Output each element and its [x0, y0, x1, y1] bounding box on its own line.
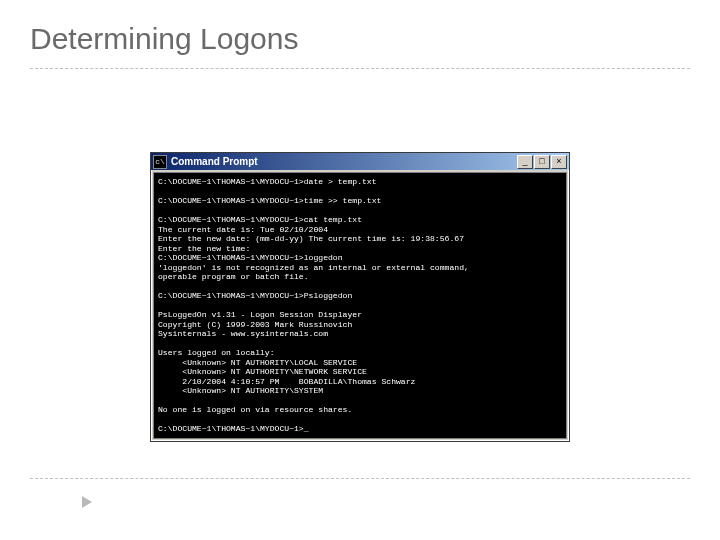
- divider-top: [30, 68, 690, 69]
- slide-title: Determining Logons: [0, 0, 720, 56]
- close-button[interactable]: ×: [551, 155, 567, 169]
- divider-bottom: [30, 478, 690, 479]
- window-titlebar[interactable]: c\ Command Prompt _ □ ×: [151, 153, 569, 170]
- command-prompt-window: c\ Command Prompt _ □ × C:\DOCUME~1\THOM…: [150, 152, 570, 442]
- bullet-icon: [82, 496, 92, 508]
- terminal-icon: c\: [153, 155, 167, 169]
- window-buttons: _ □ ×: [517, 155, 567, 169]
- maximize-button[interactable]: □: [534, 155, 550, 169]
- window-title: Command Prompt: [171, 156, 517, 167]
- minimize-button[interactable]: _: [517, 155, 533, 169]
- slide: Determining Logons c\ Command Prompt _ □…: [0, 0, 720, 540]
- terminal-output[interactable]: C:\DOCUME~1\THOMAS~1\MYDOCU~1>date > tem…: [153, 172, 567, 439]
